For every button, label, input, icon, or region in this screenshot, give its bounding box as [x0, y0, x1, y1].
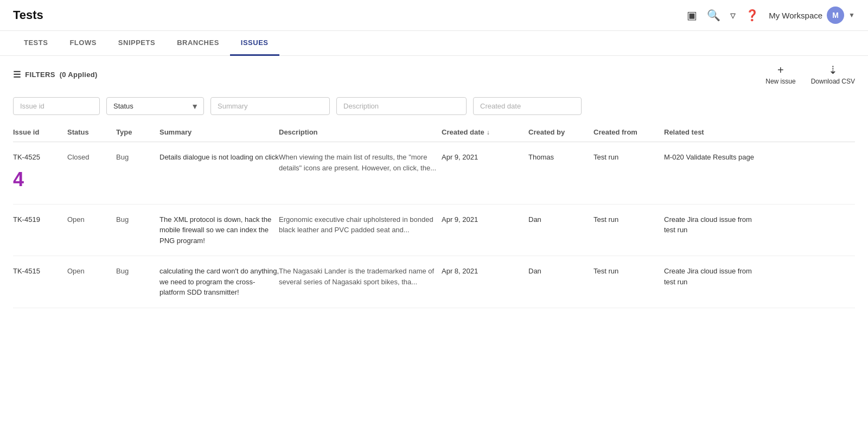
cell-issue-id: TK-4525 4 — [13, 152, 67, 194]
cell-created-from: Test run — [593, 152, 664, 163]
col-summary: Summary — [159, 128, 279, 136]
help-icon[interactable]: ❓ — [745, 9, 759, 22]
header: Tests ▣ 🔍 ▿ ❓ My Workspace M ▼ — [0, 0, 868, 31]
cell-created-by: Thomas — [528, 152, 593, 163]
filter-row: Status Open Closed ▼ — [0, 93, 868, 123]
cell-issue-num: 4 — [13, 165, 67, 194]
col-description: Description — [279, 128, 442, 136]
col-status: Status — [67, 128, 116, 136]
cell-related-test: Create Jira cloud issue from test run — [664, 214, 762, 235]
col-type: Type — [116, 128, 159, 136]
toolbar-actions: + New issue ⇣ Download CSV — [765, 63, 855, 85]
cell-type: Bug — [116, 266, 159, 277]
tab-branches[interactable]: BRANCHES — [166, 31, 230, 56]
cell-issue-id: TK-4519 — [13, 214, 67, 225]
search-icon[interactable]: 🔍 — [707, 9, 720, 22]
cell-status: Open — [67, 214, 116, 225]
cell-created-date: Apr 8, 2021 — [442, 266, 528, 277]
status-filter[interactable]: Status Open Closed — [106, 97, 204, 115]
col-created-by: Created by — [528, 128, 593, 136]
issue-id-filter[interactable] — [13, 97, 100, 115]
tab-issues[interactable]: ISSUES — [230, 31, 279, 56]
download-icon: ⇣ — [828, 63, 838, 77]
table-row[interactable]: TK-4525 4 Closed Bug Details dialogue is… — [13, 142, 855, 205]
workspace-label: My Workspace — [769, 11, 822, 20]
header-right: ▣ 🔍 ▿ ❓ My Workspace M ▼ — [687, 7, 855, 24]
filter-icon[interactable]: ▿ — [730, 9, 736, 22]
workspace-dropdown-icon[interactable]: ▼ — [848, 11, 855, 19]
toolbar: ☰ FILTERS (0 Applied) + New issue ⇣ Down… — [0, 56, 868, 93]
download-csv-label: Download CSV — [811, 78, 855, 85]
cell-description: Ergonomic executive chair upholstered in… — [279, 214, 442, 235]
cell-related-test: M-020 Validate Results page — [664, 152, 762, 163]
cell-created-from: Test run — [593, 266, 664, 277]
table-header: Issue id Status Type Summary Description… — [13, 123, 855, 142]
issues-table: Issue id Status Type Summary Description… — [0, 123, 868, 308]
table-row[interactable]: TK-4515 Open Bug calculating the card wo… — [13, 256, 855, 308]
col-related-test: Related test — [664, 128, 762, 136]
nav-tabs: TESTS FLOWS SNIPPETS BRANCHES ISSUES — [0, 31, 868, 56]
avatar: M — [827, 7, 844, 24]
col-created-date[interactable]: Created date ↓ — [442, 128, 528, 136]
cell-description: When viewing the main list of results, t… — [279, 152, 442, 173]
new-issue-button[interactable]: + New issue — [765, 64, 795, 85]
cell-created-by: Dan — [528, 214, 593, 225]
new-issue-label: New issue — [765, 78, 795, 85]
filters-toggle[interactable]: ☰ FILTERS (0 Applied) — [13, 69, 98, 80]
cell-summary: calculating the card won't do anything, … — [159, 266, 279, 298]
tab-tests[interactable]: TESTS — [13, 31, 59, 56]
cell-type: Bug — [116, 214, 159, 225]
cell-created-date: Apr 9, 2021 — [442, 152, 528, 163]
cell-created-from: Test run — [593, 214, 664, 225]
col-issue-id: Issue id — [13, 128, 67, 136]
plus-icon: + — [777, 64, 784, 77]
app-title: Tests — [13, 8, 43, 22]
table-row[interactable]: TK-4519 Open Bug The XML protocol is dow… — [13, 205, 855, 257]
tab-flows[interactable]: FLOWS — [59, 31, 107, 56]
col-created-from: Created from — [593, 128, 664, 136]
cell-issue-id: TK-4515 — [13, 266, 67, 277]
cell-created-by: Dan — [528, 266, 593, 277]
filter-lines-icon: ☰ — [13, 69, 21, 80]
monitor-icon[interactable]: ▣ — [687, 9, 697, 22]
filters-count: (0 Applied) — [60, 71, 98, 79]
created-date-filter[interactable] — [473, 97, 582, 115]
status-filter-wrap: Status Open Closed ▼ — [106, 97, 204, 115]
tab-snippets[interactable]: SNIPPETS — [107, 31, 166, 56]
cell-status: Closed — [67, 152, 116, 163]
cell-status: Open — [67, 266, 116, 277]
filters-text: FILTERS — [25, 71, 55, 79]
cell-summary: The XML protocol is down, hack the mobil… — [159, 214, 279, 246]
summary-filter[interactable] — [210, 97, 330, 115]
workspace-selector[interactable]: My Workspace M ▼ — [769, 7, 855, 24]
description-filter[interactable] — [336, 97, 467, 115]
cell-type: Bug — [116, 152, 159, 163]
cell-created-date: Apr 9, 2021 — [442, 214, 528, 225]
download-csv-button[interactable]: ⇣ Download CSV — [811, 63, 855, 85]
cell-summary: Details dialogue is not loading on click — [159, 152, 279, 163]
cell-description: The Nagasaki Lander is the trademarked n… — [279, 266, 442, 287]
sort-arrow-icon: ↓ — [487, 129, 490, 136]
cell-related-test: Create Jira cloud issue from test run — [664, 266, 762, 287]
